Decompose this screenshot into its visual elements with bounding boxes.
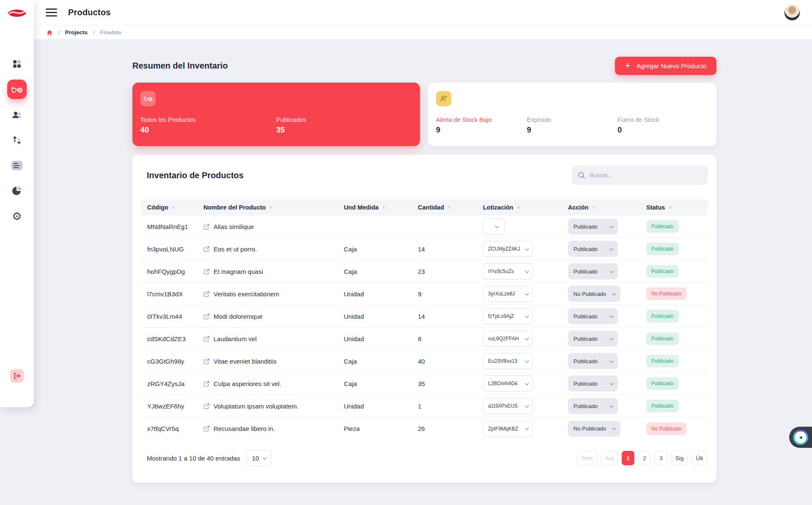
- lot-select[interactable]: vuL6Q2FFAH: [483, 331, 533, 347]
- stat-value-out-of-stock: 0: [617, 126, 708, 135]
- cell-lot: ZCUMyZZ4KJ: [483, 241, 568, 257]
- section-title: Resumen del Inventario: [132, 61, 228, 71]
- action-select[interactable]: No Publicado: [568, 286, 620, 302]
- sidebar-item-settings[interactable]: ⚙: [7, 207, 27, 226]
- column-header-und-medida[interactable]: Und Medida▲▼: [344, 204, 418, 211]
- cell-lot: [483, 218, 568, 235]
- lot-select[interactable]: 3yrXuLze8J: [483, 286, 533, 302]
- add-product-label: Agregar Nuevo Producto: [636, 62, 706, 69]
- action-select[interactable]: Publicado: [568, 353, 618, 369]
- chat-widget-button[interactable]: ◄: [789, 427, 812, 448]
- chevron-down-icon: [525, 359, 529, 363]
- avatar[interactable]: [784, 5, 800, 21]
- sidebar-item-analytics[interactable]: [7, 181, 27, 201]
- sidebar-item-users[interactable]: [7, 105, 27, 124]
- action-select[interactable]: No Publicado: [568, 421, 620, 437]
- sidebar-item-reports[interactable]: [7, 156, 27, 175]
- column-header-status[interactable]: Status▲▼: [646, 204, 708, 211]
- search-input[interactable]: [590, 172, 702, 179]
- add-product-button[interactable]: + Agregar Nuevo Producto: [615, 57, 716, 75]
- cell-action: No Publicado: [568, 421, 646, 437]
- cell-code: x7tfqCVr5q: [141, 425, 203, 432]
- lot-select[interactable]: ZCUMyZZ4KJ: [483, 241, 533, 257]
- lot-select[interactable]: L2BOnrh4Gk: [483, 375, 533, 392]
- cell-code: l7cmv1B3dX: [141, 290, 203, 298]
- page-size-select[interactable]: 10: [246, 450, 272, 466]
- table-row: x7tfqCVr5q Recusandae libero in. Pieza 2…: [141, 417, 708, 440]
- column-header-lotizacion[interactable]: Lotización▲▼: [483, 204, 568, 211]
- lot-select[interactable]: fzTpLo9AjZ: [483, 308, 533, 324]
- external-link-icon[interactable]: [203, 358, 210, 364]
- logout-button[interactable]: [10, 369, 24, 383]
- action-select[interactable]: Publicado: [568, 241, 618, 257]
- home-icon[interactable]: [47, 30, 52, 36]
- chevron-down-icon: [494, 224, 499, 228]
- lot-select[interactable]: a1t3XPxEUS: [483, 398, 533, 414]
- cell-action: Publicado: [568, 263, 646, 279]
- action-select[interactable]: Publicado: [568, 398, 618, 414]
- cell-name: Et magnam quasi: [203, 268, 344, 275]
- external-link-icon[interactable]: [203, 425, 210, 432]
- lot-select[interactable]: Eu23VBvx13: [483, 353, 533, 369]
- action-select[interactable]: Publicado: [568, 263, 618, 279]
- pagination-prev-button[interactable]: Ant: [601, 451, 618, 465]
- table-row: hohFQygpDg Et magnam quasi Caja 23 iYrv3…: [141, 260, 708, 283]
- action-select[interactable]: Publicado: [568, 218, 618, 235]
- lot-select[interactable]: ZpIF9MqKBZ: [483, 421, 533, 437]
- cell-status: Publicado: [646, 243, 708, 255]
- action-select[interactable]: Publicado: [568, 375, 618, 392]
- column-header-accion[interactable]: Acción▲▼: [568, 204, 646, 211]
- breadcrumb-item-projects[interactable]: Projects: [65, 29, 88, 36]
- column-header-nombre[interactable]: Nombre del Producto▲▼: [203, 204, 344, 211]
- table-body: MNdNaRnEg1 Alias similique P: [141, 215, 708, 440]
- breadcrumb-item-flowbite[interactable]: Flowbite: [100, 29, 121, 36]
- cell-unit: Unidad: [344, 335, 418, 342]
- sidebar-item-dashboard[interactable]: [7, 54, 27, 74]
- external-link-icon[interactable]: [203, 381, 210, 387]
- action-select[interactable]: Publicado: [568, 331, 618, 347]
- cell-lot: vuL6Q2FFAH: [483, 331, 568, 347]
- action-select[interactable]: Publicado: [568, 308, 618, 324]
- hamburger-menu-button[interactable]: [46, 8, 57, 17]
- external-link-icon[interactable]: [203, 268, 210, 275]
- table-row: cdSKdCdZE3 Laudantium vel Unidad 8 vuL6Q…: [141, 328, 708, 350]
- brand-logo[interactable]: [7, 7, 27, 21]
- cell-status: Publicado: [646, 332, 708, 345]
- chevron-down-icon: [525, 403, 529, 408]
- cell-action: Publicado: [568, 241, 646, 257]
- column-header-codigo[interactable]: Código▲▼: [141, 204, 203, 211]
- chevron-down-icon: [609, 269, 614, 273]
- sidebar-item-movements[interactable]: [7, 130, 27, 150]
- external-link-icon[interactable]: [203, 313, 210, 320]
- cell-unit: Unidad: [344, 290, 418, 298]
- cell-lot: ZpIF9MqKBZ: [483, 421, 568, 437]
- lot-select[interactable]: [483, 218, 505, 235]
- column-header-cantidad[interactable]: Cantidad▲▼: [418, 204, 483, 211]
- chat-widget-icon: ◄: [793, 430, 808, 445]
- external-link-icon[interactable]: [203, 291, 210, 297]
- brand-logo-icon: [7, 7, 27, 19]
- chevron-down-icon: [609, 314, 614, 318]
- external-link-icon[interactable]: [203, 403, 210, 409]
- pagination-page-3[interactable]: 3: [655, 451, 667, 465]
- cell-action: Publicado: [568, 218, 646, 235]
- plus-icon: +: [625, 61, 631, 70]
- pagination-next-button[interactable]: Sig: [671, 451, 688, 465]
- external-link-icon[interactable]: [203, 246, 210, 252]
- pagination-first-button[interactable]: Prim: [577, 451, 597, 465]
- sidebar-item-products[interactable]: [7, 80, 27, 99]
- lot-select[interactable]: iYrv3cSuZs: [483, 263, 533, 279]
- stat-label-all-products: Todos los Productos: [140, 116, 276, 123]
- pagination-page-1[interactable]: 1: [622, 451, 634, 465]
- pagination-last-button[interactable]: Últ: [692, 451, 708, 465]
- pagination-page-2[interactable]: 2: [638, 451, 651, 465]
- inventory-card: Inventario de Productos Código▲▼ Nombre …: [132, 155, 716, 483]
- sort-icon: ▲▼: [448, 206, 451, 209]
- glasses-icon: [143, 95, 153, 102]
- external-link-icon[interactable]: [203, 336, 210, 342]
- external-link-icon[interactable]: [203, 224, 210, 230]
- cell-code: MNdNaRnEg1: [141, 223, 203, 230]
- sidebar: ⚙: [0, 0, 34, 407]
- chevron-down-icon: [609, 336, 614, 340]
- grid-icon: [12, 59, 22, 69]
